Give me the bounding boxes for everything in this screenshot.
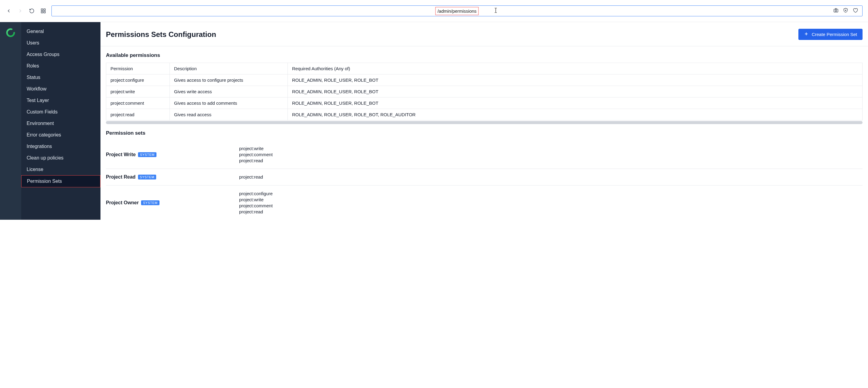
sidebar-item-workflow[interactable]: Workflow [21,83,100,95]
cell-desc: Gives access to configure projects [170,74,288,86]
app-logo-icon[interactable] [5,28,16,38]
permission-entry: project:write [239,146,273,151]
available-permissions-section: Available permissions Permission Descrip… [100,46,868,124]
text-cursor-icon [493,7,498,15]
sidebar-item-integrations[interactable]: Integrations [21,141,100,152]
sidebar-item-license[interactable]: License [21,164,100,175]
cell-desc: Gives write access [170,86,288,97]
permission-entry: project:write [239,197,273,202]
permission-entry: project:comment [239,203,273,208]
col-permission: Permission [106,63,170,74]
permission-entry: project:configure [239,191,273,196]
sidebar-item-label: License [27,167,43,172]
sidebar-item-users[interactable]: Users [21,37,100,49]
create-permission-set-button[interactable]: Create Permission Set [798,29,863,40]
permission-set-name: Project ReadSYSTEM [106,174,239,180]
sidebar-item-permission-sets[interactable]: Permission Sets [21,175,100,187]
address-bar-right-icons [833,7,858,14]
forward-icon[interactable] [17,7,24,14]
apps-grid-icon[interactable] [40,7,46,14]
sidebar-item-label: Users [27,40,39,46]
sidebar-item-custom-fields[interactable]: Custom Fields [21,106,100,118]
permission-set-name-text: Project Write [106,152,135,157]
create-button-label: Create Permission Set [812,32,857,37]
sidebar-item-access-groups[interactable]: Access Groups [21,49,100,60]
sidebar-item-general[interactable]: General [21,26,100,37]
sidebar-item-label: Integrations [27,144,52,149]
sidebar-item-label: Environment [27,121,54,126]
cell-auth: ROLE_ADMIN, ROLE_USER, ROLE_BOT [288,86,863,97]
back-icon[interactable] [5,7,12,14]
svg-point-5 [835,10,837,11]
cell-perm: project:write [106,86,170,97]
permission-set-name: Project OwnerSYSTEM [106,191,239,214]
cell-perm: project:configure [106,74,170,86]
shield-x-icon[interactable] [843,7,848,14]
camera-icon[interactable] [833,7,839,14]
table-row: project:commentGives access to add comme… [106,97,863,109]
main-content: Permissions Sets Configuration Create Pe… [100,22,868,220]
available-permissions-title: Available permissions [106,52,863,58]
permission-set-row: Project ReadSYSTEMproject:read [106,169,863,185]
table-row: project:configureGives access to configu… [106,74,863,86]
system-badge: SYSTEM [138,152,156,157]
permission-set-perms: project:writeproject:commentproject:read [239,146,273,163]
plus-icon [804,31,809,37]
browser-bar: /admin/permissions [0,0,868,22]
cell-auth: ROLE_ADMIN, ROLE_USER, ROLE_BOT [288,74,863,86]
address-bar[interactable]: /admin/permissions [52,5,863,16]
sidebar-item-test-layer[interactable]: Test Layer [21,95,100,106]
svg-rect-0 [41,9,43,10]
cell-auth: ROLE_ADMIN, ROLE_USER, ROLE_BOT [288,97,863,109]
svg-rect-1 [44,9,45,10]
permission-sets-title: Permission sets [106,130,863,136]
sidebar-item-status[interactable]: Status [21,72,100,83]
permission-set-name-text: Project Owner [106,200,138,206]
svg-point-6 [7,29,14,36]
horizontal-scrollbar[interactable] [106,121,863,124]
sidebar-item-label: Roles [27,63,39,68]
svg-rect-4 [834,9,838,12]
sidebar-item-environment[interactable]: Environment [21,118,100,129]
permission-set-perms: project:read [239,174,263,180]
permission-sets-section: Permission sets [100,124,868,136]
available-permissions-table: Permission Description Required Authorit… [106,63,863,120]
cell-desc: Gives read access [170,109,288,120]
heart-icon[interactable] [852,7,858,14]
app-rail [0,22,21,220]
app-root: GeneralUsersAccess GroupsRolesStatusWork… [0,22,868,220]
reload-icon[interactable] [28,7,35,14]
cell-perm: project:comment [106,97,170,109]
permission-set-name: Project WriteSYSTEM [106,146,239,163]
system-badge: SYSTEM [138,175,156,179]
col-authorities: Required Authorities (Any of) [288,63,863,74]
col-description: Description [170,63,288,74]
svg-rect-3 [44,11,45,13]
cell-perm: project:read [106,109,170,120]
sidebar-item-label: Error categories [27,132,61,138]
browser-nav-icons [5,7,46,14]
cell-auth: ROLE_ADMIN, ROLE_USER, ROLE_BOT, ROLE_AU… [288,109,863,120]
permission-set-row: Project OwnerSYSTEMproject:configureproj… [106,185,863,220]
permission-entry: project:read [239,209,273,214]
permission-sets-list: Project WriteSYSTEMproject:writeproject:… [100,141,868,220]
sidebar-item-label: Status [27,75,40,80]
svg-rect-2 [41,11,43,13]
permission-set-perms: project:configureproject:writeproject:co… [239,191,273,214]
sidebar-item-roles[interactable]: Roles [21,60,100,72]
sidebar-item-label: Custom Fields [27,109,58,114]
sidebar-item-error-categories[interactable]: Error categories [21,129,100,141]
sidebar-item-label: Permission Sets [27,179,62,184]
table-row: project:readGives read accessROLE_ADMIN,… [106,109,863,120]
page-title: Permissions Sets Configuration [106,30,216,39]
sidebar-item-label: Workflow [27,86,46,91]
cell-desc: Gives access to add comments [170,97,288,109]
permission-entry: project:read [239,174,263,179]
table-row: project:writeGives write accessROLE_ADMI… [106,86,863,97]
permission-entry: project:comment [239,152,273,157]
permission-set-name-text: Project Read [106,174,135,180]
sidebar-item-label: General [27,29,44,34]
sidebar-item-clean-up-policies[interactable]: Clean up policies [21,152,100,164]
system-badge: SYSTEM [141,200,159,205]
sidebar-item-label: Test Layer [27,98,49,103]
